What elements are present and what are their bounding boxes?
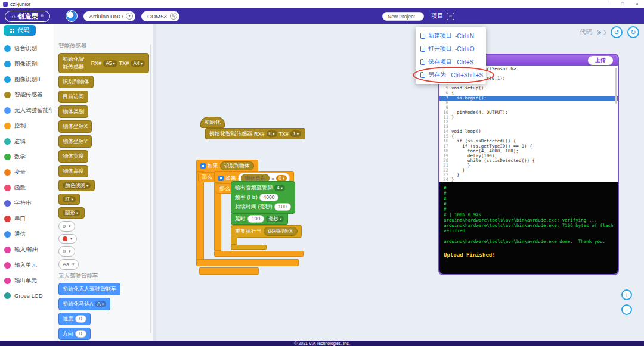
- close-button[interactable]: ×: [630, 0, 644, 8]
- code-line[interactable]: 24}: [439, 177, 618, 182]
- palette-color-picker[interactable]: [58, 234, 77, 244]
- menu-list-icon[interactable]: [447, 13, 454, 20]
- palette-block-speed[interactable]: 速度 0: [58, 313, 91, 325]
- project-menu-button[interactable]: 项目: [431, 12, 454, 20]
- palette-block-direction[interactable]: 方向 0: [58, 328, 91, 340]
- canvas-block-if-outer[interactable]: 如果 识别到物体: [196, 160, 258, 172]
- port-select[interactable]: COM53: [141, 11, 179, 21]
- code-line[interactable]: 11}: [439, 115, 618, 120]
- palette-block-init-car[interactable]: 初始化无人驾驶智能车: [58, 283, 120, 295]
- canvas-block-init-sensor[interactable]: 初始化智能传感器 RX# 0 TX# 1: [205, 128, 305, 139]
- board-select[interactable]: Arduino UNO: [83, 11, 136, 21]
- unit-dropdown[interactable]: 毫秒: [266, 216, 284, 222]
- sidebar-category[interactable]: 无人驾驶智能车: [0, 102, 54, 118]
- rx-dropdown[interactable]: 0: [267, 130, 277, 137]
- project-name-input[interactable]: New Project: [382, 12, 424, 21]
- document-icon: [420, 72, 425, 78]
- pin-dropdown[interactable]: 4: [274, 185, 285, 191]
- canvas-block-repeat-while[interactable]: 重复执行当 识别到物体: [231, 225, 302, 238]
- code-view-label: 代码: [580, 28, 592, 36]
- palette-block-object-width[interactable]: 物体宽度: [58, 150, 88, 163]
- code-line[interactable]: 23 }: [439, 173, 618, 177]
- blocks-grid-icon: [10, 29, 12, 30]
- code-line[interactable]: 8: [439, 101, 618, 105]
- palette-scrollbar[interactable]: [150, 44, 151, 333]
- palette-dropdown-red[interactable]: 红: [58, 194, 80, 205]
- sidebar-category[interactable]: 智能传感器: [0, 87, 54, 102]
- code-view-toggle[interactable]: [597, 30, 606, 35]
- sidebar-category[interactable]: 函数: [0, 180, 54, 195]
- category-color-dot: [4, 200, 11, 207]
- menu-item[interactable]: 另存为 -Ctrl+Shift+S: [416, 68, 486, 82]
- sidebar-category[interactable]: 输入/输出: [0, 242, 54, 257]
- canvas-block-delay[interactable]: 延时 100 毫秒: [231, 213, 288, 225]
- sidebar-category[interactable]: 数学: [0, 149, 54, 164]
- sidebar-category[interactable]: 通信: [0, 226, 54, 242]
- code-line[interactable]: 7 ss.begin();: [439, 96, 618, 101]
- code-line[interactable]: 12: [439, 120, 618, 124]
- redo-button[interactable]: [627, 26, 639, 38]
- motor-dropdown[interactable]: A: [95, 301, 106, 307]
- palette-dropdown-text[interactable]: Aa: [58, 259, 79, 270]
- category-list: 语音识别 图像识别I 图像识别II 智能传感器 无人驾驶智能车 控制 逻辑 数学…: [0, 24, 54, 341]
- sidebar-category[interactable]: 语音识别: [0, 40, 54, 56]
- category-color-dot: [4, 45, 11, 52]
- condition-detected[interactable]: 识别到物体: [220, 161, 254, 170]
- menu-item[interactable]: 新建项目 -Ctrl+N: [416, 29, 486, 42]
- palette-block-visit[interactable]: 目前访问: [58, 91, 88, 103]
- main-toolbar: 创造栗 ® Arduino UNO COM53 New Project 项目: [0, 8, 644, 24]
- palette-block-detected[interactable]: 识别到物体: [58, 76, 94, 88]
- code-line[interactable]: 10 pinMode(4, OUTPUT);: [439, 110, 618, 115]
- sidebar-category[interactable]: 逻辑: [0, 133, 54, 149]
- edit-pencil-icon[interactable]: [170, 13, 177, 20]
- maximize-button[interactable]: □: [615, 0, 630, 8]
- menu-item[interactable]: 打开项目 -Ctrl+O: [416, 42, 486, 55]
- sidebar-category[interactable]: 图像识别II: [0, 71, 54, 87]
- brand-logo: 创造栗 ®: [5, 11, 50, 22]
- palette-reporter-zero[interactable]: 0: [58, 221, 75, 232]
- palette-block-init-motor[interactable]: 初始化马达A A: [58, 298, 110, 310]
- sidebar-category[interactable]: 串口: [0, 211, 54, 226]
- tab-code[interactable]: 代码: [4, 25, 36, 36]
- console-line: #: [444, 196, 614, 201]
- tx-dropdown[interactable]: A4: [131, 60, 145, 67]
- zoom-out-button[interactable]: −: [621, 304, 632, 315]
- palette-dropdown-shape[interactable]: 圆形: [58, 207, 85, 219]
- sidebar-category[interactable]: 字符串: [0, 195, 54, 211]
- sidebar-category[interactable]: 变量: [0, 164, 54, 180]
- editor-scrollbar[interactable]: [615, 68, 617, 104]
- palette-block-object-class[interactable]: 物体类别: [58, 105, 88, 118]
- code-line[interactable]: 14void loop(): [439, 129, 618, 134]
- category-color-dot: [4, 247, 11, 253]
- palette-dropdown-color-detect[interactable]: 颜色侦测: [58, 180, 95, 191]
- palette-block-object-x[interactable]: 物体坐标X: [58, 120, 92, 133]
- chevron-down-icon[interactable]: [126, 13, 133, 20]
- app-icon: [3, 2, 8, 7]
- undo-button[interactable]: [611, 26, 623, 38]
- code-line[interactable]: 5void setup(): [439, 86, 618, 91]
- sidebar-category[interactable]: 图像识别I: [0, 56, 54, 71]
- canvas-hat-init[interactable]: 初始化: [200, 117, 225, 128]
- condition-detected[interactable]: 识别到物体: [264, 227, 298, 236]
- rx-dropdown[interactable]: A5: [103, 60, 117, 67]
- console-line: #: [444, 207, 614, 212]
- zoom-in-button[interactable]: +: [621, 289, 632, 300]
- palette-block-init-sensor[interactable]: 初始化智能传感器 RX# A5 TX# A4: [58, 53, 149, 73]
- category-color-dot: [4, 292, 11, 299]
- canvas-block-play-tone[interactable]: 输出音频至管脚4 频率 (Hz)4000 持续时间 (毫秒)100: [231, 181, 295, 214]
- palette-dropdown-number[interactable]: 0: [58, 246, 75, 257]
- category-color-dot: [4, 154, 11, 160]
- code-line[interactable]: 22 }: [439, 168, 618, 173]
- tx-dropdown[interactable]: 1: [290, 130, 301, 137]
- minimize-button[interactable]: ─: [601, 0, 615, 8]
- upload-button[interactable]: 上传: [588, 56, 613, 65]
- sidebar-category[interactable]: Grove LCD: [0, 288, 54, 303]
- code-line[interactable]: 21 }: [439, 163, 618, 168]
- sidebar-category[interactable]: 输入单元: [0, 257, 54, 273]
- sidebar-category[interactable]: 输出单元: [0, 273, 54, 288]
- palette-block-object-y[interactable]: 物体坐标Y: [58, 135, 92, 148]
- menu-item[interactable]: 保存项目 -Ctrl+S: [416, 55, 486, 68]
- palette-block-object-height[interactable]: 物体高度: [58, 165, 88, 177]
- c-block-bottom: [231, 245, 267, 250]
- sidebar-category[interactable]: 控制: [0, 118, 54, 133]
